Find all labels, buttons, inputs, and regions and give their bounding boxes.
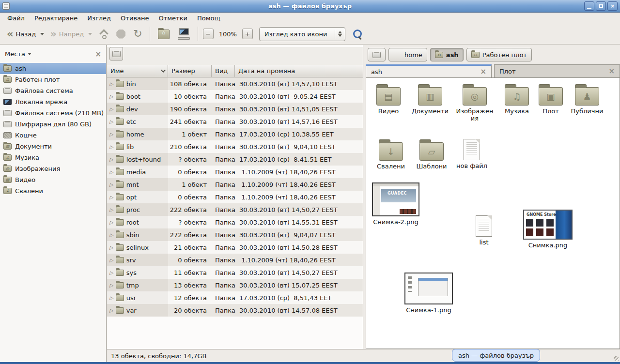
expander-icon[interactable]: ▷ [109,182,113,187]
expander-icon[interactable]: ▷ [109,207,113,212]
close-button[interactable]: × [607,1,618,11]
stop-button[interactable] [116,30,125,39]
sidebar-item[interactable]: Локална мрежа [0,96,106,107]
table-row[interactable]: ▷ mnt 1 обект Папка 1.10.2009 (чт) 18,40… [107,178,363,191]
reload-button[interactable]: ↻ [133,29,142,39]
breadcrumb-button[interactable]: ash [430,48,464,61]
computer-button[interactable] [177,28,191,40]
search-button[interactable] [352,29,363,39]
back-dropdown-icon[interactable] [40,33,44,35]
view-mode-select[interactable]: Изглед като икони [259,27,345,41]
column-header-name[interactable]: Име [107,65,168,77]
column-header-size[interactable]: Размер [168,65,212,77]
menu-item[interactable]: Редактиране [30,14,82,23]
table-row[interactable]: ▷ var 20 обекта Папка 30.03.2010 (вт) 14… [107,304,363,317]
expander-icon[interactable]: ▷ [109,270,113,275]
table-row[interactable]: ▷ media 0 обекта Папка 1.10.2009 (чт) 18… [107,166,363,178]
sidebar-item[interactable]: Шифриран дял (80 GB) [0,119,106,130]
zoom-in-button[interactable]: + [242,29,253,39]
sidebar-close-icon[interactable]: × [95,50,101,59]
breadcrumb-button[interactable]: home [388,48,427,61]
sidebar-item[interactable]: Работен плот [0,74,106,85]
sidebar-item[interactable]: Музика [0,152,106,163]
expander-icon[interactable]: ▷ [109,81,113,87]
tab-close-icon[interactable]: × [608,67,615,76]
expander-icon[interactable]: ▷ [109,144,113,150]
expander-icon[interactable]: ▷ [109,308,113,313]
forward-button[interactable]: » Напред [47,29,95,40]
file-item[interactable]: list [469,215,499,246]
sidebar-item[interactable]: Файлова система [0,85,106,96]
tab[interactable]: ash × [366,64,492,77]
menu-item[interactable]: Файл [2,14,30,23]
file-item[interactable]: ▣ Плот [537,84,565,115]
sidebar-item[interactable]: ash [0,63,106,74]
file-item[interactable]: Снимка-1.png [403,273,454,314]
sidebar-item[interactable]: Файлова система (210 MB) [0,107,106,119]
table-row[interactable]: ▷ opt 0 обекта Папка 1.10.2009 (чт) 18,4… [107,191,363,203]
table-row[interactable]: ▷ lib 210 обекта Папка 30.03.2010 (вт) 9… [107,140,363,153]
tab[interactable]: Плот × [494,64,620,77]
file-item[interactable]: ▤ Видео [372,84,405,115]
expander-icon[interactable]: ▷ [109,245,113,250]
table-row[interactable]: ▷ dev 190 обекта Папка 30.03.2010 (вт) 1… [107,103,363,115]
table-row[interactable]: ▷ etc 241 обекта Папка 30.03.2010 (вт) 1… [107,115,363,128]
chevron-down-icon[interactable] [28,53,31,55]
file-item[interactable]: GUADEC Снимка-2.png [371,182,420,226]
expander-icon[interactable]: ▷ [109,132,113,137]
table-row[interactable]: ▷ proc 222 обекта Папка 30.03.2010 (вт) … [107,203,363,216]
expander-icon[interactable]: ▷ [109,119,113,124]
file-item[interactable]: ▱ Шаблони [412,139,451,170]
expander-icon[interactable]: ▷ [109,283,113,288]
table-row[interactable]: ▷ tmp 13 обекта Папка 30.03.2010 (вт) 15… [107,279,363,291]
expander-icon[interactable]: ▷ [109,295,113,301]
table-row[interactable]: ▷ lost+found ? обекта Папка 17.03.2010 (… [107,153,363,166]
table-row[interactable]: ▷ sbin 272 обекта Папка 30.03.2010 (вт) … [107,228,363,241]
sidebar-item[interactable]: Документи [0,141,106,152]
table-row[interactable]: ▷ srv 0 обекта Папка 1.10.2009 (чт) 18,4… [107,254,363,266]
sidebar-item[interactable]: Свалени [0,185,106,197]
table-row[interactable]: ▷ home 1 обект Папка 17.03.2010 (ср) 10,… [107,128,363,140]
expander-icon[interactable]: ▷ [109,258,113,263]
menu-item[interactable]: Отметки [154,14,192,23]
expander-icon[interactable]: ▷ [109,232,113,238]
taskbar-window-label[interactable]: ash — файлов браузър [452,349,540,362]
file-item[interactable]: ◎ Изображения [454,84,495,122]
forward-dropdown-icon[interactable] [88,33,92,35]
expander-icon[interactable]: ▷ [109,94,113,99]
expander-icon[interactable]: ▷ [109,220,113,225]
back-button[interactable]: « Назад [4,29,47,40]
menu-item[interactable]: Изглед [82,14,116,23]
column-header-type[interactable]: Вид [212,65,235,77]
expander-icon[interactable]: ▷ [109,106,113,112]
sidebar-item[interactable]: Кошче [0,130,106,141]
menu-item[interactable]: Помощ [192,14,225,23]
table-row[interactable]: ▷ usr 12 обекта Папка 17.03.2010 (ср) 8,… [107,291,363,304]
breadcrumb-button[interactable]: Работен плот [466,48,532,61]
sidebar-title[interactable]: Места [5,50,25,58]
column-header-date[interactable]: Дата на промяна [235,65,363,77]
table-row[interactable]: ▷ boot 10 обекта Папка 30.03.2010 (вт) 9… [107,90,363,103]
expander-icon[interactable]: ▷ [109,157,113,162]
expander-icon[interactable]: ▷ [109,195,113,200]
file-item[interactable]: нов файл [453,139,490,170]
zoom-out-button[interactable]: − [203,29,214,39]
file-item[interactable]: ▥ Документи [408,84,452,115]
resize-grip[interactable] [614,356,619,361]
menu-item[interactable]: Отиване [116,14,154,23]
table-row[interactable]: ▷ bin 108 обекта Папка 30.03.2010 (вт) 1… [107,77,363,90]
table-row[interactable]: ▷ selinux 21 обекта Папка 30.03.2010 (вт… [107,241,363,254]
tab-close-icon[interactable]: × [480,67,486,76]
sidebar-item[interactable]: Видео [0,174,106,185]
table-row[interactable]: ▷ sys 11 обекта Папка 30.03.2010 (вт) 14… [107,266,363,279]
expander-icon[interactable]: ▷ [109,169,113,175]
file-item[interactable]: GNOME Store Снимка.png [521,210,574,249]
file-item[interactable]: ↓ Свалени [372,139,410,170]
maximize-button[interactable] [596,1,606,11]
up-button[interactable] [99,29,108,39]
sidebar-item[interactable]: Изображения [0,163,106,174]
minimize-button[interactable] [584,1,594,11]
breadcrumb-button[interactable] [368,48,386,61]
root-location-button[interactable] [109,47,123,61]
file-item[interactable]: ♫ Музика [498,84,536,115]
